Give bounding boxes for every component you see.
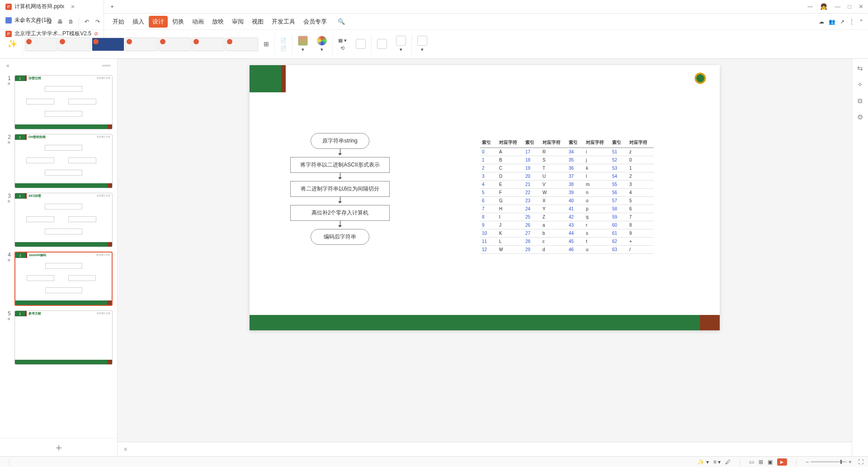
edit-master[interactable]	[352, 30, 369, 58]
thumb-number: 1✱	[5, 75, 11, 129]
title-bar: 首页D稻壳P计算机网络答辩.pptx✕未命名文件(18)P北京理工大学学术...…	[0, 0, 868, 14]
page-setup[interactable]	[373, 30, 391, 58]
tab-3[interactable]: 未命名文件(18)	[0, 14, 104, 27]
page-number	[700, 315, 720, 330]
search-input[interactable]	[350, 19, 414, 25]
close-window-icon[interactable]: ✕	[859, 3, 863, 10]
tab-icon: P	[5, 4, 12, 10]
avatar-icon[interactable]: 👧	[820, 3, 827, 10]
notif-badge[interactable]	[807, 6, 813, 7]
menu-开始[interactable]: 开始	[109, 16, 128, 28]
menu-放映[interactable]: 放映	[208, 16, 227, 28]
import-template[interactable]: 📄	[280, 38, 287, 43]
ribbon: ✨ ⊞ 📄 📄 ▾ ▾ ▦ ▾ ⟲ ▾ ▾	[0, 30, 868, 59]
chevron-up-icon[interactable]: ⌃	[859, 19, 863, 25]
zoom-in-icon[interactable]: +	[849, 459, 852, 465]
status-notes[interactable]: ≡ ▾	[713, 459, 721, 465]
table-row: 9J26a43r608	[480, 221, 654, 229]
menu-动画[interactable]: 动画	[189, 16, 208, 28]
window-controls: 👧 — □ ✕	[807, 3, 868, 10]
table-row: 2C19T36k531	[480, 164, 654, 172]
view-reading-icon[interactable]: ▣	[768, 459, 773, 465]
menu-视图[interactable]: 视图	[248, 16, 267, 28]
slide: 原字符串string将字符串以二进制ASCII形式表示将二进制字符串以6位为间隔…	[250, 65, 720, 330]
style-icon[interactable]: ✧	[857, 81, 863, 89]
menu-设计[interactable]: 设计	[149, 16, 168, 28]
zoom-out-icon[interactable]: −	[806, 459, 809, 465]
notes-pane[interactable]: ≡	[118, 442, 852, 456]
warn-icon: ⊘	[94, 31, 98, 37]
tab-label: 计算机网络答辩.pptx	[14, 3, 64, 10]
minimize-icon[interactable]: —	[835, 3, 840, 10]
flow-step-4: 编码后字符串	[311, 229, 369, 245]
menu-开发工具[interactable]: 开发工具	[268, 16, 299, 28]
maximize-icon[interactable]: □	[848, 3, 851, 10]
slide-thumb-3[interactable]: 1AES加密 北京理工大学	[14, 193, 113, 247]
slide-thumb-2[interactable]: 1DH密钥协商 北京理工大学	[14, 134, 113, 188]
view-sorter-icon[interactable]: ⊞	[759, 459, 763, 465]
flow-arrow-icon	[286, 221, 394, 229]
clipboard-icon[interactable]: ⧉	[858, 97, 863, 105]
main-area: « 1✱ 1加密过程 北京理工大学 2✱ 1DH密钥协商 北京理工大学 3✱ 1…	[0, 59, 868, 456]
share-button[interactable]: ↗	[840, 19, 844, 25]
thumb-number: 3✱	[5, 193, 11, 247]
command-search[interactable]: 🔍	[334, 16, 414, 27]
background[interactable]: ▾	[294, 30, 311, 58]
tab-icon	[5, 17, 12, 24]
flowchart: 原字符串string将字符串以二进制ASCII形式表示将二进制字符串以6位为间隔…	[286, 133, 394, 245]
thumb-number: 5✱	[5, 310, 11, 365]
menu-切换[interactable]: 切换	[169, 16, 188, 28]
layout[interactable]: ▦ ▾	[338, 38, 347, 43]
tab-2[interactable]: P计算机网络答辩.pptx✕	[0, 0, 104, 14]
design-templates[interactable]	[25, 38, 258, 51]
tab-icon: P	[5, 31, 12, 37]
table-row: 8I25Z42q597	[480, 213, 654, 221]
slide-thumb-1[interactable]: 1加密过程 北京理工大学	[14, 75, 113, 129]
slides-tab[interactable]	[102, 65, 111, 67]
fit-icon[interactable]: ⛶	[858, 459, 863, 465]
view-normal-icon[interactable]: ▭	[749, 459, 754, 465]
flow-step-0: 原字符串string	[311, 133, 369, 149]
more-icon[interactable]: ⋮	[849, 19, 854, 25]
status-bar: ✨ ▾ ≡ ▾ 🖊 ▭ ⊞ ▣ ▶ − + ⛶	[0, 456, 868, 467]
add-slide-button[interactable]: ＋	[0, 438, 117, 456]
menu-插入[interactable]: 插入	[129, 16, 148, 28]
new-tab-button[interactable]: ＋	[104, 0, 120, 14]
zoom-control[interactable]: − +	[806, 459, 854, 465]
tab-label: 未命名文件(18)	[14, 16, 51, 24]
cloud-sync-icon[interactable]: ☁	[819, 19, 824, 25]
status-comment[interactable]: 🖊	[725, 459, 731, 465]
this-template[interactable]: 📄	[280, 45, 287, 51]
present-tools[interactable]: ▾	[414, 30, 431, 58]
search-icon: 🔍	[334, 16, 349, 27]
flow-arrow-icon	[286, 197, 394, 205]
slide-footer-motto	[250, 315, 700, 330]
slide-size[interactable]: ▾	[392, 30, 410, 58]
slide-canvas[interactable]: 原字符串string将字符串以二进制ASCII形式表示将二进制字符串以6位为间隔…	[118, 59, 852, 442]
collapse-panel-icon[interactable]: «	[6, 62, 9, 69]
slide-number-box	[250, 65, 281, 92]
slide-thumb-4[interactable]: 1base64编码 北京理工大学	[14, 252, 113, 306]
tabs: 首页D稻壳P计算机网络答辩.pptx✕未命名文件(18)P北京理工大学学术...…	[0, 0, 104, 41]
settings-icon[interactable]: ⚙	[857, 113, 863, 121]
menu-会员专享[interactable]: 会员专享	[300, 16, 330, 28]
collaborate-button[interactable]: 👥	[829, 19, 835, 25]
properties-icon[interactable]: ⇆	[857, 64, 863, 72]
status-smart[interactable]: ✨ ▾	[698, 459, 708, 465]
table-row: 10K27b44s619	[480, 229, 654, 238]
slide-thumb-5[interactable]: 1参考文献 北京理工大学	[14, 310, 113, 365]
notes-icon: ≡	[124, 446, 127, 453]
table-row: 0A17R34i51z	[480, 148, 654, 156]
tab-label: 北京理工大学学术...PT模板V2.5	[14, 30, 91, 38]
reset[interactable]: ⟲	[340, 45, 344, 51]
quick-toolbar: ≡ ▾ 🗀 🖫 🖶 🗎 ↶ ↷ 开始插入设计切换动画放映审阅视图开发工具会员专享…	[0, 14, 868, 30]
slides-list: 1✱ 1加密过程 北京理工大学 2✱ 1DH密钥协商 北京理工大学 3✱ 1AE…	[0, 72, 117, 438]
table-row: 5F22W39n564	[480, 189, 654, 197]
color-scheme[interactable]: ▾	[313, 30, 330, 58]
close-tab-icon[interactable]: ✕	[71, 4, 75, 10]
slideshow-button[interactable]: ▶	[777, 458, 787, 466]
more-designs[interactable]: ⊞	[260, 30, 273, 58]
table-row: 1B18S35j520	[480, 156, 654, 164]
menu-审阅[interactable]: 审阅	[228, 16, 247, 28]
thumb-number: 4✱	[5, 252, 11, 306]
